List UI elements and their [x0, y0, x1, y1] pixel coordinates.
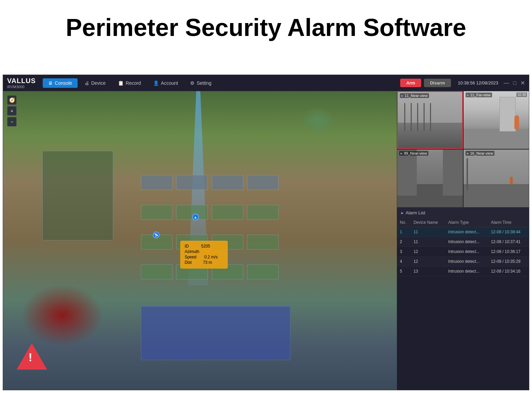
nav-account[interactable]: 👤 Account	[148, 78, 184, 88]
alarm-table-head: No. Device Name Alarm Type Alarm Time	[397, 218, 529, 227]
alarm-row[interactable]: 513Intrusion detect...12-08 / 10:34:16	[397, 267, 529, 276]
main-content: 📡 ▲ 📡 ! ID 5205	[3, 91, 529, 390]
tooltip-speed-value: 0.2 m/s	[204, 255, 218, 259]
tooltip-azimuth-label: Azimuth	[185, 249, 199, 254]
arm-button[interactable]: Arm	[400, 79, 421, 87]
tooltip-speed: Speed 0.2 m/s	[185, 255, 223, 259]
alarm-row[interactable]: 211Intrusion detect...12-08 / 10:37:41	[397, 237, 529, 247]
nav-record[interactable]: 📋 Record	[112, 78, 146, 88]
tooltip-speed-label: Speed	[185, 255, 197, 259]
camera-label-1: 11_Near-view	[400, 93, 429, 98]
col-time: Alarm Time	[488, 218, 529, 227]
col-type: Alarm Type	[446, 218, 488, 227]
alarm-header-row: No. Device Name Alarm Type Alarm Time	[397, 218, 529, 227]
camera-feed-4[interactable]: 16_Near-view	[464, 150, 529, 207]
device-icon: 🖨	[84, 80, 89, 86]
nav-setting[interactable]: ⚙ Setting	[185, 78, 217, 88]
compass-button[interactable]: 🧭	[7, 95, 17, 105]
alarm-cell-device: 12	[411, 257, 445, 267]
alarm-row[interactable]: 111Intrusion detect...12-08 / 10:38:44	[397, 227, 529, 237]
fence-post-3	[417, 103, 418, 131]
console-icon: 🖥	[48, 80, 53, 86]
record-icon: 📋	[118, 80, 124, 86]
fence-post-4	[424, 103, 425, 131]
alarm-list-section: Alarm List No. Device Name Alarm Type Al…	[397, 207, 529, 390]
tooltip-id-label: ID	[185, 244, 189, 249]
marker-icon-2: ▲	[194, 215, 197, 219]
camera-feed-1[interactable]: 11_Near-view	[397, 91, 463, 149]
zoom-out-button[interactable]: −	[7, 117, 17, 126]
alarm-cell-no: 1	[397, 227, 411, 237]
alarm-cell-time: 12-08 / 10:37:41	[488, 237, 529, 247]
tooltip-dist-value: 73 m	[203, 260, 212, 265]
alarm-table: No. Device Name Alarm Type Alarm Time 11…	[397, 218, 529, 276]
person-figure	[514, 115, 519, 129]
disarm-button[interactable]: Disarm	[424, 79, 451, 87]
alarm-cell-device: 12	[411, 247, 445, 257]
alarm-cell-type: Intrusion detect...	[446, 237, 488, 247]
nav-menu: 🖥 Console 🖨 Device 📋 Record 👤 Account ⚙ …	[43, 78, 400, 88]
camera-feed-3[interactable]: 99_Near-view	[397, 150, 463, 207]
camera-grid: 11_Near-view 11_Far-view 10:38	[397, 91, 529, 207]
record-label: Record	[126, 80, 141, 86]
tooltip-dist: Dist 73 m	[185, 260, 223, 265]
alarm-cell-device: 11	[411, 237, 445, 247]
camera-label-3: 99_Near-view	[399, 151, 428, 156]
nav-device[interactable]: 🖨 Device	[79, 78, 111, 88]
tooltip-azimuth: Azimuth	[185, 249, 223, 254]
device-label: Device	[91, 80, 106, 86]
person-far	[510, 177, 513, 184]
alarm-cell-no: 5	[397, 267, 411, 276]
map-controls: 🧭 + −	[7, 95, 17, 126]
alarm-cell-time: 12-08 / 10:35:29	[488, 257, 529, 267]
camera-image-2	[464, 91, 529, 149]
zoom-in-button[interactable]: +	[7, 106, 17, 116]
alarm-row[interactable]: 312Intrusion detect...12-08 / 10:36:17	[397, 247, 529, 257]
close-button[interactable]: ✕	[520, 80, 525, 86]
lamp-post	[467, 158, 468, 190]
camera-label-4: 16_Near-view	[466, 151, 495, 156]
alert-triangle: !	[17, 343, 47, 370]
camera-name-1: 11_Near-view	[405, 94, 428, 98]
tooltip-id-value: 5205	[201, 244, 210, 249]
nav-console[interactable]: 🖥 Console	[43, 78, 78, 88]
camera-image-3	[397, 150, 463, 207]
alarm-cell-no: 2	[397, 237, 411, 247]
setting-label: Setting	[197, 80, 211, 86]
minimize-button[interactable]: —	[504, 80, 509, 86]
app-window: VALLUS iRVM3000 🖥 Console 🖨 Device 📋 Rec…	[3, 75, 529, 390]
datetime-display: 10:38:56 12/08/2023	[458, 80, 498, 85]
account-icon: 👤	[153, 80, 159, 86]
alarm-cell-type: Intrusion detect...	[446, 267, 488, 276]
alarm-row[interactable]: 412Intrusion detect...12-08 / 10:35:29	[397, 257, 529, 267]
road-4	[464, 184, 529, 207]
map-area[interactable]: 📡 ▲ 📡 ! ID 5205	[3, 91, 397, 390]
account-label: Account	[161, 80, 178, 86]
alarm-cell-time: 12-08 / 10:34:16	[488, 267, 529, 276]
alarm-cell-type: Intrusion detect...	[446, 227, 488, 237]
map-background: 📡 ▲ 📡 ! ID 5205	[3, 91, 397, 390]
alarm-cell-no: 3	[397, 247, 411, 257]
col-device: Device Name	[411, 218, 445, 227]
alarm-list-title: Alarm List	[406, 210, 425, 215]
building-facade	[499, 97, 516, 132]
setting-icon: ⚙	[190, 80, 195, 86]
logo-subtitle: iRVM3000	[7, 85, 36, 89]
title-bar: VALLUS iRVM3000 🖥 Console 🖨 Device 📋 Rec…	[3, 75, 529, 91]
fence-post-1	[404, 103, 405, 131]
camera-name-4: 16_Near-view	[470, 151, 493, 155]
alarm-cell-type: Intrusion detect...	[446, 257, 488, 267]
console-label: Console	[55, 80, 72, 86]
fence-post-2	[411, 103, 412, 131]
alarm-cell-time: 12-08 / 10:36:17	[488, 247, 529, 257]
alert-exclamation: !	[28, 351, 32, 364]
camera-feed-2[interactable]: 11_Far-view 10:38	[464, 91, 529, 149]
alarm-cell-device: 11	[411, 227, 445, 237]
track-tooltip: ID 5205 Azimuth Speed 0.2 m/s Dist	[180, 241, 228, 269]
maximize-button[interactable]: □	[513, 80, 516, 86]
window-controls: — □ ✕	[504, 80, 525, 86]
building-left	[397, 150, 417, 196]
alarm-cell-no: 4	[397, 257, 411, 267]
building-right	[443, 150, 463, 196]
camera-name-3: 99_Near-view	[404, 151, 427, 155]
